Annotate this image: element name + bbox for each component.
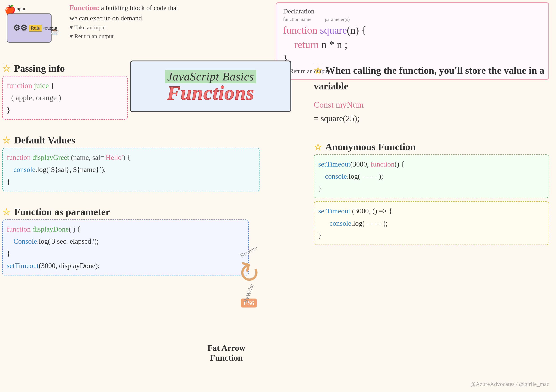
anon-green-line1: setTimeout(3000, function() {: [318, 158, 545, 170]
default-values-section: ☆ Default Values function displayGreet (…: [2, 134, 260, 192]
decl-annotation-params: parameter(s): [325, 16, 350, 22]
anon-green-line2: console.log( - - - - );: [318, 170, 545, 182]
default-code-line1: function displayGreet (name, sal='Hello'…: [7, 151, 255, 163]
anon-green-line3: }: [318, 182, 545, 194]
func-param-title: ☆ Function as parameter: [2, 206, 249, 218]
default-code-line2: console.log(`${sal}, ${name}`);: [7, 163, 255, 176]
function-definition: Function: a building block of code that …: [70, 2, 186, 41]
anon-yellow-line1: setTimeout (3000, () => {: [318, 205, 545, 217]
anon-func-title: ☆ Anonymous Function: [314, 141, 549, 153]
func-def-title: Function:: [70, 4, 99, 12]
watermark: @AzureAdvocates / @girlie_mac: [470, 381, 549, 387]
passing-code-line1: function juice {: [7, 80, 123, 92]
rule-label: Rule: [29, 25, 42, 32]
func-param-star: ☆: [2, 207, 10, 217]
title-functions: Functions: [167, 83, 254, 103]
dots-decor-2: · · ·: [313, 60, 324, 66]
default-values-star: ☆: [2, 135, 10, 146]
func-def-bullet2: ♥ Return an output: [70, 32, 186, 41]
decl-annotations: function name parameter(s): [283, 16, 542, 22]
anon-yellow-line3: }: [318, 229, 545, 241]
anon-yellow-line2: console.log( - - - - );: [318, 217, 545, 229]
anon-func-star: ☆: [314, 142, 322, 152]
default-values-title: ☆ Default Values: [2, 134, 260, 146]
passing-code-line3: }: [7, 104, 123, 116]
title-script-text: JavaScript Basics: [165, 70, 256, 83]
when-calling-star: ☆: [314, 66, 322, 76]
fat-arrow-label: Fat Arrow Function: [195, 343, 258, 363]
func-def-title-line: Function: a building block of code that …: [70, 2, 186, 23]
default-code-line3: }: [7, 176, 255, 188]
func-param-line1: function displayDone( ) {: [7, 223, 244, 235]
passing-code-line2: ( apple, orange ): [7, 92, 123, 104]
dots-decor-1: · · ·: [3, 60, 14, 66]
when-calling-title: ☆ When calling the function, you'll stor…: [314, 63, 549, 94]
input-label: input: [15, 6, 25, 12]
decl-code-line1: function square(n) {: [283, 23, 542, 38]
passing-info-title: ☆ Passing info: [2, 63, 128, 74]
rewrite-area: Rewrite ↻ ReWrite ES6: [202, 235, 296, 321]
decl-annotation-funcname: function name: [283, 16, 311, 22]
decl-code-line2: return n * n ;: [283, 38, 542, 52]
default-values-code: function displayGreet (name, sal='Hello'…: [2, 148, 260, 192]
decl-title: Declaration: [283, 8, 542, 15]
func-def-bullet1: ♥ Take an input: [70, 23, 186, 32]
passing-info-code: function juice { ( apple, orange ) }: [2, 76, 128, 120]
output-label: output: [45, 25, 57, 31]
when-calling-code2: = square(25);: [314, 112, 549, 125]
when-calling-code: Const myNum = square(25);: [314, 98, 549, 125]
gears-icon: ⚙⚙: [13, 23, 27, 33]
title-script: JavaScript Basics: [165, 70, 256, 83]
anon-func-code-yellow: setTimeout (3000, () => { console.log( -…: [314, 201, 549, 245]
function-machine: 🍎 input ⚙⚙ Rule ≋ ☕ output: [2, 5, 61, 54]
anon-func-code-green: setTimeout(3000, function() { console.lo…: [314, 154, 549, 198]
when-calling-code1: Const myNum: [314, 98, 549, 112]
title-box: JavaScript Basics Functions: [130, 61, 291, 112]
anon-func-section: ☆ Anonymous Function setTimeout(3000, fu…: [314, 141, 549, 245]
passing-info-section: ☆ Passing info function juice { ( apple,…: [2, 63, 128, 120]
when-calling-section: ☆ When calling the function, you'll stor…: [314, 63, 549, 125]
